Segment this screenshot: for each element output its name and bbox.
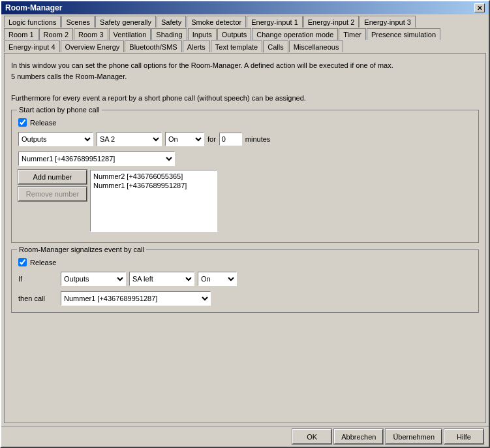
tabs-container: Logic functions Scenes Safety generally … <box>1 14 489 53</box>
group2-then-row: then call Nummer1 [+4367689951287] <box>18 291 472 306</box>
group2-if-label: If <box>18 275 57 283</box>
tab-room-3[interactable]: Room 3 <box>74 28 108 40</box>
group2-number-select[interactable]: Nummer1 [+4367689951287] <box>61 291 211 306</box>
tab-outputs[interactable]: Outputs <box>217 28 252 40</box>
group1-for-label: for <box>207 135 216 143</box>
group2-outputs-select[interactable]: Outputs <box>61 272 126 286</box>
tab-timer[interactable]: Timer <box>339 28 366 40</box>
tab-miscellaneous[interactable]: Miscellaneous <box>289 40 344 52</box>
tab-overview-energy[interactable]: Overview Energy <box>61 40 125 52</box>
content-area: In this window you can set the phone cal… <box>4 53 486 423</box>
tab-text-template[interactable]: Text template <box>211 40 262 52</box>
group-start-action: Start action by phone call Release Outpu… <box>11 110 479 243</box>
help-button[interactable]: Hilfe <box>444 429 483 444</box>
cancel-button[interactable]: Abbrechen <box>334 429 383 444</box>
tab-alerts[interactable]: Alerts <box>183 40 210 52</box>
tab-shading[interactable]: Shading <box>151 28 187 40</box>
group1-outputs-select[interactable]: Outputs <box>18 132 93 146</box>
description: In this window you can set the phone cal… <box>11 60 479 103</box>
group2-then-label: then call <box>18 295 57 302</box>
tab-room-2[interactable]: Room 2 <box>39 28 74 40</box>
tab-ventilation[interactable]: Ventilation <box>109 28 151 40</box>
tab-logic-functions[interactable]: Logic functions <box>4 16 61 27</box>
group1-sa-select[interactable]: SA 2 <box>97 132 162 146</box>
desc-line2: 5 numbers calls the Room-Manager. <box>11 71 479 82</box>
main-window: Room-Manager ✕ Logic functions Scenes Sa… <box>0 0 490 448</box>
group1-buttons-col: Add number Remove number <box>18 170 87 201</box>
list-item[interactable]: Nummer2 [+436766055365] <box>92 172 215 181</box>
add-number-button[interactable]: Add number <box>18 170 87 184</box>
group1-title: Start action by phone call <box>17 106 102 114</box>
tab-energy-input-1[interactable]: Energy-input 1 <box>247 16 303 27</box>
group1-checkbox-row: Release <box>18 118 472 127</box>
tab-safety[interactable]: Safety <box>157 16 186 27</box>
group1-release-label: Release <box>30 119 56 127</box>
tab-bluetooth-sms[interactable]: Bluetooth/SMS <box>125 40 181 52</box>
group1-number-row: Add number Remove number Nummer2 [+43676… <box>18 170 472 232</box>
group1-release-checkbox[interactable] <box>18 118 27 127</box>
close-button[interactable]: ✕ <box>474 3 485 12</box>
group2-if-row: If Outputs SA left On <box>18 272 472 286</box>
tab-row-2: Room 1 Room 2 Room 3 Ventilation Shading… <box>4 28 486 40</box>
desc-line3: Furthermore for every event a report by … <box>11 93 479 104</box>
ok-button[interactable]: OK <box>292 429 331 444</box>
group1-number-select[interactable]: Nummer1 [+4367689951287] <box>18 152 175 166</box>
group2-checkbox-row: Release <box>18 258 472 266</box>
apply-button[interactable]: Übernehmen <box>386 429 442 444</box>
window-title: Room-Manager <box>5 3 62 12</box>
group1-minutes-input[interactable] <box>219 133 242 146</box>
remove-number-button[interactable]: Remove number <box>18 187 87 201</box>
tab-energy-input-4[interactable]: Energy-input 4 <box>4 40 60 52</box>
group1-listbox[interactable]: Nummer2 [+436766055365] Nummer1 [+436768… <box>90 170 217 232</box>
tab-row-3: Energy-input 4 Overview Energy Bluetooth… <box>4 40 486 52</box>
tab-scenes[interactable]: Scenes <box>61 16 95 27</box>
desc-line1: In this window you can set the phone cal… <box>11 60 479 71</box>
group1-minutes-label: minutes <box>245 135 271 143</box>
tab-room-1[interactable]: Room 1 <box>4 28 38 40</box>
tab-energy-input-2[interactable]: Energy-input 2 <box>303 16 360 27</box>
group2-title: Room-Manager signalizes event by call <box>17 246 146 253</box>
group-signalize-event: Room-Manager signalizes event by call Re… <box>11 249 479 313</box>
group2-sa-select[interactable]: SA left <box>129 272 194 286</box>
tab-energy-input-3[interactable]: Energy-input 3 <box>360 16 416 27</box>
title-bar: Room-Manager ✕ <box>1 1 489 14</box>
tab-row-1: Logic functions Scenes Safety generally … <box>4 16 486 27</box>
group1-onoff-select[interactable]: On <box>165 132 204 146</box>
group2-release-checkbox[interactable] <box>18 258 27 266</box>
tab-smoke-detector[interactable]: Smoke detector <box>187 16 246 27</box>
list-item[interactable]: Nummer1 [+4367689951287] <box>92 181 215 190</box>
tab-change-operation-mode[interactable]: Change operation mode <box>252 28 338 40</box>
group2-release-label: Release <box>30 259 56 266</box>
tab-safety-generally[interactable]: Safety generally <box>95 16 156 27</box>
group2-onoff-select[interactable]: On <box>198 272 237 286</box>
group1-number-select-row: Nummer1 [+4367689951287] <box>18 152 472 166</box>
tab-calls[interactable]: Calls <box>263 40 288 53</box>
tab-presence-simulation[interactable]: Presence simulation <box>367 28 440 40</box>
bottom-bar: OK Abbrechen Übernehmen Hilfe <box>1 426 489 447</box>
tab-inputs[interactable]: Inputs <box>188 28 217 40</box>
group1-controls-row: Outputs SA 2 On for minutes <box>18 132 472 146</box>
